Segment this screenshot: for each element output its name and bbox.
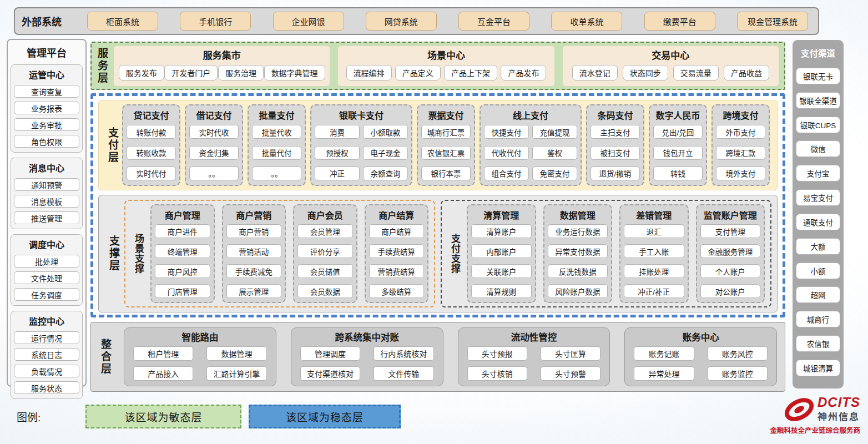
support-layer-label: 支撑层 (104, 235, 119, 272)
management-group-title: 监控中心 (14, 314, 79, 327)
service-item-box: 产品上下架 (444, 65, 497, 80)
support-column: 清算管理清算账户内部账户关联账户清算规则 (467, 204, 536, 303)
payment-support-label: 支付支撑 (447, 234, 460, 274)
external-system-box: 网贷系统 (366, 12, 437, 31)
integration-box-title: 智能路由 (133, 330, 267, 344)
integration-item-box: 账务风控 (708, 346, 768, 361)
support-column: 监管账户管理支付管理金融服务管理个人账户对公账户 (696, 204, 765, 303)
payment-column-title: 借记支付 (189, 108, 239, 122)
integration-item-box: 管理调度 (300, 346, 360, 361)
payment-item-box: 消费 (315, 125, 360, 139)
payment-item-box: 实时代收 (189, 125, 239, 139)
integration-item-box: 账务记账 (634, 346, 694, 361)
integration-item-box: 租户管理 (133, 346, 193, 361)
legend: 图例: 该区域为敏态层 该区域为稳态层 (17, 405, 401, 428)
support-item-box: 会员储值 (297, 264, 353, 278)
management-platform-panel: 管理平台 运管中心查询查复业务报表业务审批角色权限消息中心通知预警消息模板推送管… (7, 39, 87, 387)
integration-box-items: 管理调度行内系统核对支付渠道核对文件传输 (300, 346, 434, 381)
integration-item-box: 头寸核销 (467, 366, 527, 381)
payment-column-items: 消费小额取款预授权电子现金冲正余额查询 (315, 123, 408, 183)
service-center-title: 交易中心 (567, 48, 774, 62)
support-column: 数据管理业务运行数据异常支付数据反洗钱数据风险账户数据 (543, 204, 613, 303)
management-item-box: 查询查复 (14, 85, 79, 98)
payment-item-box: 冲正 (315, 167, 360, 180)
payment-channel-box: 大额 (796, 238, 840, 255)
payment-channel-box: 小额 (796, 263, 840, 279)
payment-item-box: 转钱 (653, 167, 703, 180)
payment-column: 银联卡支付消费小额取款预授权电子现金冲正余额查询 (310, 104, 412, 186)
payment-column: 跨境支付外币支付跨境汇款境外支付 (711, 104, 770, 186)
integration-item-box: 文件传输 (374, 366, 433, 381)
payment-column-title: 批量支付 (252, 108, 301, 122)
service-item-box: 服务发布 (119, 65, 164, 80)
payment-item-box: 外币支付 (716, 125, 765, 139)
payment-item-box: 免密支付 (532, 167, 577, 180)
support-item-box: 展示管理 (226, 284, 282, 298)
service-layer-label: 服务层 (97, 48, 107, 84)
payment-column-items: 快捷支付充值提现代收代付鉴权组合支付免密支付 (484, 123, 577, 183)
support-column-items: 支付管理金融服务管理个人账户对公账户 (700, 223, 761, 300)
support-column: 商户会员会员管理评价分享会员储值会员数据 (293, 204, 357, 303)
integration-item-box: 账务监控 (708, 366, 768, 381)
integration-item-box: 头寸匡算 (541, 346, 600, 361)
support-column-items: 会员管理评价分享会员储值会员数据 (297, 223, 353, 300)
payment-channel-box: 支付宝 (796, 165, 840, 181)
integration-box-items: 头寸预报头寸匡算头寸核销头寸预警 (467, 346, 601, 381)
service-center-title: 服务集市 (118, 48, 325, 62)
payment-column-title: 票据支付 (421, 108, 471, 122)
support-item-box: 金融服务管理 (700, 244, 761, 258)
support-item-box: 商户进件 (155, 224, 210, 238)
integration-box: 智能路由租户管理数据管理产品接入汇路计算引擎 (124, 327, 276, 386)
support-item-box: 支付管理 (700, 224, 761, 238)
payment-item-box: 资金归集 (189, 146, 239, 160)
management-item-box: 文件处理 (14, 271, 79, 284)
support-item-box: 个人账户 (700, 264, 761, 278)
service-center-items: 流程编排产品定义产品上下架产品发布 (342, 65, 549, 80)
management-group: 运管中心查询查复业务报表业务审批角色权限 (11, 64, 83, 153)
integration-item-box: 支付渠道核对 (300, 366, 360, 381)
support-layer: 支撑层 场景支撑 商户管理商户进件终端管理商户风控门店管理商户营销商户营销营销活… (98, 195, 778, 312)
scene-support-label: 场景支撑 (131, 234, 143, 274)
integration-box-title: 账务中心 (634, 330, 768, 344)
payment-item-box: 农信银汇票 (421, 146, 471, 160)
payment-item-box: 转账收款 (127, 146, 176, 160)
integration-layer-label: 整合层 (96, 339, 110, 375)
payment-item-box: 主扫支付 (591, 125, 640, 139)
external-system-box: 企业网银 (273, 12, 344, 31)
payment-column-items: 实时代收资金归集。。 (189, 123, 239, 183)
payment-columns: 贷记支付转账付款转账收款实时代付借记支付实时代收资金归集。。批量支付批量代收批量… (122, 104, 773, 186)
support-columns-1: 清算管理清算账户内部账户关联账户清算规则数据管理业务运行数据异常支付数据反洗钱数… (467, 204, 765, 303)
support-column-title: 差错管理 (624, 208, 684, 221)
management-group-title: 调度中心 (14, 238, 79, 251)
support-item-box: 清算账户 (471, 224, 532, 238)
support-item-box: 商户风控 (155, 264, 210, 278)
integration-box: 账务中心账务记账账务风控异常处理账务监控 (624, 327, 777, 386)
payment-item-box: 充值提现 (532, 125, 577, 139)
service-item-box: 流程编排 (346, 65, 392, 80)
support-column-title: 商户结算 (369, 208, 425, 221)
service-item-box: 交易流量 (673, 65, 719, 80)
management-platform-title: 管理平台 (11, 45, 83, 59)
support-item-box: 内部账户 (471, 244, 532, 258)
management-item-box: 批处理 (14, 255, 79, 268)
payment-column: 批量支付批量代收批量代付。。 (248, 104, 306, 186)
payment-item-box: 小额取款 (363, 125, 408, 139)
management-group-title: 消息中心 (14, 161, 79, 174)
management-group: 监控中心运行情况系统日志负载情况服务状态 (11, 311, 83, 399)
integration-box-items: 账务记账账务风控异常处理账务监控 (634, 346, 768, 381)
payment-column-items: 外币支付跨境汇款境外支付 (716, 123, 765, 183)
service-item-box: 产品定义 (395, 65, 441, 80)
payment-column-title: 银联卡支付 (315, 108, 408, 122)
service-centers: 服务集市服务发布开发者门户服务治理数据字典管理场景中心流程编排产品定义产品上下架… (114, 46, 779, 86)
support-item-box: 业务运行数据 (548, 224, 608, 238)
service-layer: 服务层 服务集市服务发布开发者门户服务治理数据字典管理场景中心流程编排产品定义产… (90, 42, 785, 90)
management-item-box: 运行情况 (14, 331, 79, 344)
support-column-title: 商户营销 (226, 208, 282, 221)
payment-item-box: 城商行汇票 (421, 125, 471, 139)
payment-column-title: 数字人民币 (653, 108, 703, 122)
external-systems-bar: 外部系统 柜面系统手机银行企业网银网贷系统互金平台收单系统缴费平台现金管理系统 (14, 7, 819, 35)
payment-channel-box: 通联支付 (796, 214, 840, 230)
support-item-box: 商户结算 (369, 224, 425, 238)
payment-item-box: 境外支付 (716, 167, 765, 180)
payment-item-box: 鉴权 (532, 146, 577, 160)
